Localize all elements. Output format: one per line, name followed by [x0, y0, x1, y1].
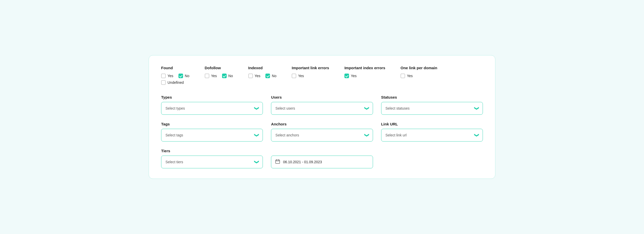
link-url-placeholder: Select link url: [385, 133, 407, 137]
indexed-no-checkbox[interactable]: [265, 74, 270, 78]
tags-placeholder: Select tags: [165, 133, 183, 137]
link-url-chevron-icon: ❯: [474, 133, 480, 137]
anchors-select[interactable]: Select anchors ❯: [271, 129, 373, 142]
found-yes-item[interactable]: Yes: [161, 74, 173, 78]
tiers-select[interactable]: Select tiers ❯: [161, 156, 263, 168]
users-placeholder: Select users: [275, 106, 295, 110]
indexed-yes-checkbox[interactable]: [248, 74, 253, 78]
one-link-group: One link per domain Yes: [401, 66, 437, 85]
date-picker[interactable]: 06.10.2021 - 01.09.2023: [271, 156, 373, 168]
indexed-no-item[interactable]: No: [265, 74, 276, 78]
anchors-label: Anchors: [271, 122, 373, 126]
indexed-yes-label: Yes: [255, 74, 261, 78]
date-range-value: 06.10.2021 - 01.09.2023: [283, 160, 322, 164]
tiers-placeholder: Select tiers: [165, 160, 183, 164]
types-select[interactable]: Select types ❯: [161, 102, 263, 115]
calendar-icon: [275, 159, 280, 165]
one-link-yes-checkbox[interactable]: [401, 74, 405, 78]
dofollow-no-checkbox[interactable]: [222, 74, 227, 78]
tiers-group: Tiers Select tiers ❯: [161, 149, 263, 168]
types-label: Types: [161, 95, 263, 99]
indexed-yes-item[interactable]: Yes: [248, 74, 261, 78]
anchors-placeholder: Select anchors: [275, 133, 299, 137]
link-errors-yes-label: Yes: [298, 74, 304, 78]
link-url-select[interactable]: Select link url ❯: [381, 129, 483, 142]
users-label: Users: [271, 95, 373, 99]
index-errors-label: Important index errors: [344, 66, 385, 70]
indexed-row: Yes No: [248, 74, 277, 78]
found-undefined-checkbox[interactable]: [161, 80, 166, 85]
types-group: Types Select types ❯: [161, 95, 263, 115]
filter-panel: Found Yes No Undefined Dofollow: [149, 55, 495, 179]
statuses-placeholder: Select statuses: [385, 106, 410, 110]
users-group: Users Select users ❯: [271, 95, 373, 115]
found-undefined-label: Undefined: [168, 80, 184, 85]
users-chevron-icon: ❯: [364, 107, 369, 110]
statuses-select[interactable]: Select statuses ❯: [381, 102, 483, 115]
found-no-item[interactable]: No: [178, 74, 189, 78]
anchors-group: Anchors Select anchors ❯: [271, 122, 373, 142]
users-select[interactable]: Select users ❯: [271, 102, 373, 115]
dropdowns-row-1: Types Select types ❯ Users Select users …: [161, 95, 483, 115]
link-errors-group: Important link errors Yes: [292, 66, 329, 85]
dofollow-row: Yes No: [205, 74, 233, 78]
link-errors-yes-item[interactable]: Yes: [292, 74, 304, 78]
tags-group: Tags Select tags ❯: [161, 122, 263, 142]
found-group: Found Yes No Undefined: [161, 66, 189, 85]
types-chevron-icon: ❯: [254, 107, 260, 110]
dropdowns-section: Types Select types ❯ Users Select users …: [161, 95, 483, 168]
index-errors-yes-checkbox[interactable]: [344, 74, 349, 78]
index-errors-yes-label: Yes: [351, 74, 357, 78]
found-undefined-item[interactable]: Undefined: [161, 80, 184, 85]
found-label: Found: [161, 66, 189, 70]
checkboxes-section: Found Yes No Undefined Dofollow: [161, 66, 483, 85]
link-url-group: Link URL Select link url ❯: [381, 122, 483, 142]
found-row: Yes No: [161, 74, 189, 78]
empty-cell: [381, 149, 483, 168]
dropdowns-row-3: Tiers Select tiers ❯: [161, 149, 483, 168]
statuses-label: Statuses: [381, 95, 483, 99]
dropdowns-row-2: Tags Select tags ❯ Anchors Select anchor…: [161, 122, 483, 142]
one-link-yes-item[interactable]: Yes: [401, 74, 413, 78]
found-no-label: No: [185, 74, 189, 78]
dofollow-no-label: No: [228, 74, 233, 78]
tiers-label: Tiers: [161, 149, 263, 153]
found-yes-label: Yes: [168, 74, 173, 78]
tiers-chevron-icon: ❯: [254, 160, 260, 164]
tags-select[interactable]: Select tags ❯: [161, 129, 263, 142]
dofollow-yes-checkbox[interactable]: [205, 74, 209, 78]
index-errors-row: Yes: [344, 74, 385, 78]
found-yes-checkbox[interactable]: [161, 74, 166, 78]
types-placeholder: Select types: [165, 106, 185, 110]
statuses-group: Statuses Select statuses ❯: [381, 95, 483, 115]
svg-rect-0: [276, 160, 280, 163]
link-errors-label: Important link errors: [292, 66, 329, 70]
tags-label: Tags: [161, 122, 263, 126]
one-link-yes-label: Yes: [407, 74, 413, 78]
indexed-no-label: No: [272, 74, 276, 78]
dofollow-yes-label: Yes: [211, 74, 217, 78]
one-link-label: One link per domain: [401, 66, 437, 70]
date-picker-group: 06.10.2021 - 01.09.2023: [271, 149, 373, 168]
indexed-label: Indexed: [248, 66, 277, 70]
link-errors-row: Yes: [292, 74, 329, 78]
anchors-chevron-icon: ❯: [364, 133, 369, 137]
index-errors-yes-item[interactable]: Yes: [344, 74, 357, 78]
dofollow-no-item[interactable]: No: [222, 74, 233, 78]
dofollow-group: Dofollow Yes No: [205, 66, 233, 85]
link-url-label: Link URL: [381, 122, 483, 126]
dofollow-label: Dofollow: [205, 66, 233, 70]
link-errors-yes-checkbox[interactable]: [292, 74, 296, 78]
index-errors-group: Important index errors Yes: [344, 66, 385, 85]
found-no-checkbox[interactable]: [178, 74, 183, 78]
tags-chevron-icon: ❯: [254, 133, 260, 137]
found-row2: Undefined: [161, 80, 189, 85]
indexed-group: Indexed Yes No: [248, 66, 277, 85]
statuses-chevron-icon: ❯: [474, 107, 480, 110]
dofollow-yes-item[interactable]: Yes: [205, 74, 217, 78]
one-link-row: Yes: [401, 74, 437, 78]
